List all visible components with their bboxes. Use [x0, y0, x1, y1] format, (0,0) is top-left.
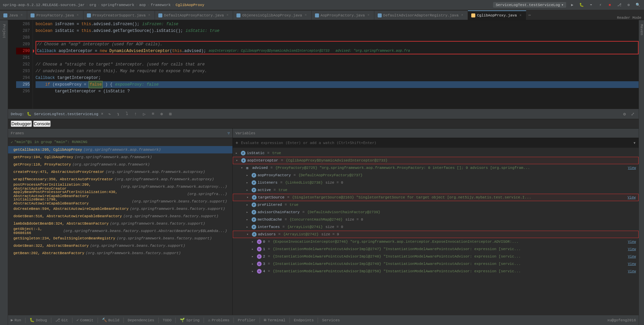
frame-item-1[interactable]: getProxy:194, CglibAopProxy (org.springf… — [8, 153, 232, 161]
debug-settings-btn[interactable]: ⚙ — [621, 111, 628, 118]
var-advisor-0-view[interactable]: View — [628, 240, 636, 244]
var-listeners[interactable]: ▸ f listeners = {LinkedList@2738} size =… — [233, 179, 639, 186]
var-advised[interactable]: ▾ ⊞ advised = {ProxyFactory@2725} "org.s… — [233, 164, 639, 172]
force-step-into-btn[interactable]: ⤵ — [123, 111, 130, 118]
tab-cglib-proxy[interactable]: CglibAopProxy.java × — [468, 10, 526, 20]
step-into-btn[interactable]: ↴ — [115, 111, 121, 118]
var-methodCache[interactable]: ▸ f methodCache = {ConcurrentHashMap@274… — [233, 216, 639, 223]
var-advisor-1[interactable]: ▸ ≡ 1 = {InstantiationModelAwarePointcut… — [233, 245, 639, 253]
frame-item-12[interactable]: getSingleton:234, DefaultSingletonBeanRe… — [8, 235, 232, 242]
tab-defaultadvisor-close[interactable]: × — [460, 13, 464, 17]
coverage-button[interactable]: ☂ — [588, 2, 594, 8]
var-interfaces[interactable]: ▸ f interfaces = {ArrayList@2741} size =… — [233, 223, 639, 231]
var-advisor-2[interactable]: ▸ ≡ 2 = {InstantiationModelAwarePointcut… — [233, 253, 639, 260]
var-advisor-4-view[interactable]: View — [628, 270, 636, 273]
var-advisor-4[interactable]: ▸ ≡ 4 = {InstantiationModelAwarePointcut… — [233, 268, 639, 275]
thread-item[interactable]: ✓ "main"@1 in group "main": RUNNING — [8, 138, 232, 146]
frames-list[interactable]: ✓ "main"@1 in group "main": RUNNING getC… — [8, 138, 232, 315]
add-watch-icon[interactable]: + — [235, 140, 238, 146]
frame-item-4[interactable]: wrapIfNecessary:350, AbstractAutoProxyCr… — [8, 176, 232, 183]
step-out-btn[interactable]: ↑ — [132, 111, 139, 118]
frame-item-2[interactable]: getProxy:110, ProxyFactory (org.springfr… — [8, 161, 232, 168]
frame-item-13[interactable]: doGetBean:322, AbstractBeanFactory (org.… — [8, 242, 232, 249]
eval-placeholder[interactable]: Evaluate expression (Enter) or add a wat… — [241, 141, 630, 145]
var-advisor-0[interactable]: ▸ ≡ 0 = {ExposeInvocationInterceptor@274… — [233, 238, 639, 245]
frames-filter-btn[interactable]: ▽ — [227, 131, 230, 135]
terminal-status-btn[interactable]: ⊞ Terminal — [264, 318, 285, 323]
build-status-btn[interactable]: 🔨 Build — [102, 318, 119, 323]
var-advisor-3[interactable]: ▸ ≡ 3 = {InstantiationModelAwarePointcut… — [233, 260, 639, 268]
spring-status-btn[interactable]: 🌱 Spring — [180, 318, 200, 323]
stop-button[interactable]: ■ — [606, 2, 613, 8]
breadcrumb-jar[interactable]: spring-aop-5.2.12.RELEASE-sources.jar — [3, 3, 85, 7]
project-icon[interactable]: Project — [2, 23, 6, 38]
breadcrumb-springframework[interactable]: springframework — [101, 3, 134, 7]
tab-default-advisor[interactable]: DefaultAdvisorAdapterRegistry.java × — [374, 10, 468, 20]
tab-aop-proxy[interactable]: AopProxyFactory.java × — [312, 10, 374, 20]
debug-status-btn[interactable]: 🐛 Debug — [30, 318, 47, 323]
var-advisor-1-view[interactable]: View — [628, 247, 636, 251]
run-configuration[interactable]: ServiceLogTest.testServiceLog ▾ — [493, 2, 566, 8]
breadcrumb-framework[interactable]: framework — [151, 3, 170, 7]
frame-item-9[interactable]: doGetBean:516, AbstractAutowireCapableBe… — [8, 213, 232, 220]
frame-item-5[interactable]: postProcessAfterInitialization:299, Abst… — [8, 183, 232, 190]
console-tab-btn[interactable]: Console — [33, 121, 51, 127]
frame-item-11[interactable]: getObject:-1, 69686166 (org.springframew… — [8, 227, 232, 235]
settings-icon[interactable]: ⚙ — [625, 2, 632, 8]
step-over-btn[interactable]: ↷ — [106, 111, 113, 118]
dependencies-status-btn[interactable]: Dependencies — [128, 318, 154, 322]
tab-proxy-factory[interactable]: ProxyFactory.java × — [27, 10, 83, 20]
var-advisors[interactable]: ▾ f advisors = {ArrayList@2742} size = 9 — [233, 231, 639, 238]
tab-proxyfactory-close[interactable]: × — [76, 13, 80, 17]
var-aopInterceptor[interactable]: ▾ f aopInterceptor = {CglibAopProxy$Dyna… — [233, 157, 639, 164]
run-to-cursor-btn[interactable]: ▷ — [141, 111, 148, 118]
var-advisor-3-view[interactable]: View — [628, 262, 636, 266]
tabs-more-button[interactable]: ⋯ — [526, 10, 533, 20]
git-icon[interactable]: ⎇ — [616, 2, 623, 8]
variables-list[interactable]: ▸ f isStatic = true ▾ f aopInterceptor — [233, 148, 639, 325]
services-status-btn[interactable]: Services — [322, 318, 340, 322]
frame-item-10[interactable]: lambda$doGetBean$0:324, AbstractBeanFact… — [8, 220, 232, 227]
eval-dropdown-icon[interactable]: ▾ — [633, 140, 636, 146]
var-aopProxyFactory[interactable]: ▸ f aopProxyFactory = {DefaultAopProxyFa… — [233, 172, 639, 179]
debug-filter-btn[interactable]: ⊕ — [158, 111, 165, 118]
debug-maximize-btn[interactable]: ⤢ — [629, 111, 636, 118]
maven-label[interactable]: Maven — [640, 24, 644, 35]
frame-item-0[interactable]: getCallbacks:295, CglibAopProxy (org.spr… — [8, 146, 232, 153]
frame-item-14[interactable]: getBean:202, AbstractBeanFactory (org.sp… — [8, 249, 232, 257]
frame-item-7[interactable]: initializeBean:1798, AbstractAutowireCap… — [8, 198, 232, 205]
var-targetSource[interactable]: ▾ f targetSource = {SingletonTargetSourc… — [233, 194, 639, 201]
reader-mode-btn[interactable]: Reader Mode — [617, 16, 644, 20]
search-everywhere-icon[interactable]: 🔍 — [635, 2, 641, 8]
var-active[interactable]: ▸ f active = true — [233, 186, 639, 194]
debug-session-close[interactable]: × — [101, 112, 103, 117]
run-button[interactable]: ▶ — [569, 2, 576, 8]
tab-aopproxy-close[interactable]: × — [367, 13, 371, 17]
frame-item-3[interactable]: createProxy:471, AbstractAutoProxyCreato… — [8, 168, 232, 176]
profiler-status-btn[interactable]: Profiler — [238, 318, 256, 322]
todo-status-btn[interactable]: TODO — [163, 318, 171, 322]
tab-objenesis[interactable]: ObjenesisCglibAopProxy.java × — [233, 10, 311, 20]
tab-objenesis-close[interactable]: × — [304, 13, 308, 17]
tab-default-aop[interactable]: DefaultAopProxyFactory.java × — [155, 10, 233, 20]
var-advisor-2-view[interactable]: View — [628, 255, 636, 259]
run-config-dropdown-icon[interactable]: ▾ — [561, 3, 564, 7]
tab-defaultaop-close[interactable]: × — [225, 13, 229, 17]
debug-run-button[interactable]: 🐛 — [578, 2, 585, 8]
tab-java-close[interactable]: × — [19, 13, 23, 17]
breadcrumb-org[interactable]: org — [90, 3, 96, 7]
frame-item-6[interactable]: applyBeanPostProcessorsAfterInitializati… — [8, 190, 232, 198]
var-advisorChainFactory[interactable]: ▸ f advisorChainFactory = {DefaultAdviso… — [233, 208, 639, 216]
tab-proxy-creator[interactable]: ProxyCreatorSupport.java × — [84, 10, 155, 20]
profile-button[interactable]: ⚡ — [597, 2, 604, 8]
git-status-btn[interactable]: ⎇ Git — [55, 318, 68, 323]
run-status-btn[interactable]: ▶ Run — [11, 318, 21, 323]
tab-java[interactable]: Java × — [0, 10, 27, 20]
var-preFiltered[interactable]: ▸ f preFiltered = true — [233, 201, 639, 208]
problems-status-btn[interactable]: ⚠ Problems — [208, 318, 229, 323]
tab-cglibproxy-close[interactable]: × — [519, 13, 523, 17]
var-isStatic[interactable]: ▸ f isStatic = true — [233, 149, 639, 157]
commit-status-btn[interactable]: ✓ Commit — [76, 318, 94, 323]
var-targetSource-view[interactable]: View — [628, 196, 636, 199]
evaluate-btn[interactable]: ≡ — [150, 111, 156, 118]
